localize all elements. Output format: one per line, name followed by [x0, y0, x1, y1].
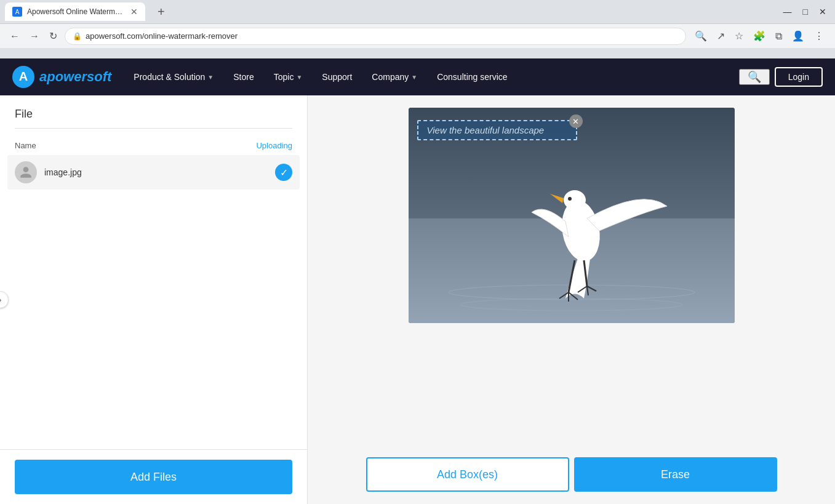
zoom-button[interactable]: 🔍: [691, 28, 711, 44]
panel-title: File: [15, 108, 292, 121]
nav-support[interactable]: Support: [312, 58, 362, 95]
share-button[interactable]: ↗: [713, 28, 729, 44]
nav-store[interactable]: Store: [223, 58, 263, 95]
col-uploading-label: Uploading: [256, 141, 292, 150]
nav-company[interactable]: Company ▼: [362, 58, 427, 95]
url-text: apowersoft.com/online-watermark-remover: [86, 31, 238, 41]
svg-text:A: A: [19, 70, 28, 83]
chevron-down-icon: ▼: [207, 74, 214, 81]
profile-button[interactable]: 👤: [788, 28, 808, 44]
file-item: image.jpg ✓: [7, 155, 300, 190]
logo[interactable]: A apowersoft: [12, 66, 111, 88]
split-view-button[interactable]: ⧉: [772, 28, 786, 44]
file-check-icon: ✓: [275, 164, 292, 181]
address-bar[interactable]: 🔒 apowersoft.com/online-watermark-remove…: [65, 28, 686, 45]
new-tab-button[interactable]: +: [153, 5, 170, 19]
add-files-button[interactable]: Add Files: [15, 460, 292, 494]
login-button[interactable]: Login: [775, 67, 823, 87]
nav-topic[interactable]: Topic ▼: [264, 58, 313, 95]
title-bar: A Apowersoft Online Watermark R... ✕ + —…: [0, 0, 835, 23]
tab-favicon: A: [12, 7, 22, 17]
reload-button[interactable]: ↻: [47, 28, 60, 44]
panel-footer: Add Files: [0, 449, 307, 504]
add-boxes-button[interactable]: Add Box(es): [366, 457, 569, 492]
erase-button[interactable]: Erase: [574, 457, 777, 492]
forward-button[interactable]: →: [27, 28, 42, 44]
egret-image: View the beautiful landscape ✕: [409, 108, 735, 323]
chevron-down-icon: ▼: [296, 74, 302, 81]
right-panel: View the beautiful landscape ✕ Add Box(e…: [308, 95, 835, 504]
browser-tab[interactable]: A Apowersoft Online Watermark R... ✕: [5, 2, 145, 21]
nav-product-solution[interactable]: Product & Solution ▼: [124, 58, 223, 95]
logo-text: apowersoft: [39, 69, 111, 85]
svg-point-7: [564, 190, 586, 210]
file-avatar: [15, 161, 37, 183]
restore-button[interactable]: □: [799, 6, 812, 18]
address-bar-row: ← → ↻ 🔒 apowersoft.com/online-watermark-…: [0, 23, 835, 48]
browser-chrome: A Apowersoft Online Watermark R... ✕ + —…: [0, 0, 835, 58]
search-button[interactable]: 🔍: [739, 69, 770, 85]
nav-consulting[interactable]: Consulting service: [427, 58, 517, 95]
panel-divider: [15, 128, 292, 129]
watermark-text: View the beautiful landscape: [427, 125, 545, 135]
extensions-button[interactable]: 🧩: [749, 28, 769, 44]
tab-title: Apowersoft Online Watermark R...: [27, 7, 126, 16]
watermark-close-button[interactable]: ✕: [569, 114, 583, 128]
svg-point-9: [568, 197, 572, 201]
image-container: View the beautiful landscape ✕: [409, 108, 735, 323]
close-button[interactable]: ✕: [815, 6, 830, 18]
left-panel: File Name Uploading image.jpg ✓ Add File…: [0, 95, 308, 504]
watermark-selection-box[interactable]: View the beautiful landscape ✕: [417, 120, 577, 140]
chevron-down-icon: ▼: [411, 74, 417, 81]
navbar: A apowersoft Product & Solution ▼ Store …: [0, 58, 835, 95]
window-controls: — □ ✕: [780, 6, 830, 18]
nav-links: Product & Solution ▼ Store Topic ▼ Suppo…: [124, 58, 738, 95]
col-name-label: Name: [15, 141, 256, 150]
bottom-buttons: Add Box(es) Erase: [320, 447, 823, 492]
bookmark-button[interactable]: ☆: [731, 28, 747, 44]
file-name: image.jpg: [44, 167, 268, 177]
file-list: image.jpg ✓: [0, 155, 307, 302]
lock-icon: 🔒: [73, 32, 82, 41]
logo-icon: A: [12, 66, 34, 88]
panel-header: File: [0, 95, 307, 136]
main-content: File Name Uploading image.jpg ✓ Add File…: [0, 95, 835, 504]
menu-button[interactable]: ⋮: [810, 28, 828, 44]
file-list-header: Name Uploading: [0, 136, 307, 155]
minimize-button[interactable]: —: [780, 6, 796, 18]
tab-close-button[interactable]: ✕: [130, 7, 138, 17]
back-button[interactable]: ←: [7, 28, 22, 44]
toolbar-icons: 🔍 ↗ ☆ 🧩 ⧉ 👤 ⋮: [691, 28, 828, 44]
